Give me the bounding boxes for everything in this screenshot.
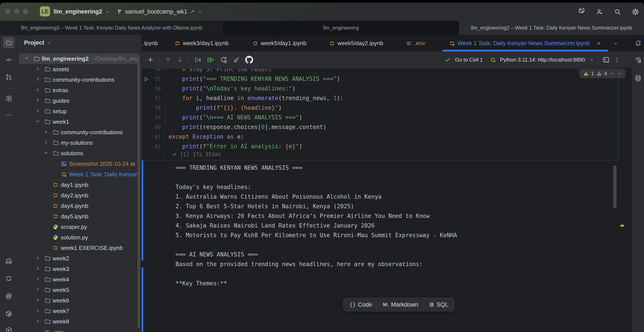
pull-request-icon[interactable] [5, 74, 12, 81]
chevron-right-icon[interactable] [35, 66, 40, 72]
add-cell-button[interactable] [147, 56, 154, 63]
jupyter-tool-icon[interactable] [5, 275, 12, 282]
tree-item-day2-ipynb[interactable]: day2.ipynb [19, 190, 140, 201]
code-with-me-icon[interactable] [596, 8, 603, 15]
previous-problem-icon[interactable] [609, 71, 614, 76]
chevron-right-icon[interactable] [35, 308, 40, 314]
chevron-right-icon[interactable] [35, 108, 40, 114]
project-panel-header[interactable]: Project [24, 37, 52, 48]
inspections-widget[interactable]: 1 4 [580, 69, 626, 78]
tree-item-day5-ipynb[interactable]: day5.ipynb [19, 211, 140, 222]
tree-item-setup[interactable]: setup [19, 106, 140, 117]
tree-item-extras[interactable]: extras [19, 85, 140, 96]
window-minimize-button[interactable] [14, 9, 19, 14]
add-markdown-cell-button[interactable]: M↓ Markdown [383, 301, 418, 308]
chevron-down-icon[interactable] [589, 57, 594, 62]
tree-item-week3[interactable]: week3 [19, 264, 140, 274]
window-close-button[interactable] [5, 9, 10, 14]
tree-item-env[interactable]: .env [19, 327, 140, 332]
editor-tab-week3-day1[interactable]: week3/day1.ipynb [174, 35, 228, 51]
project-scrollbar[interactable] [138, 58, 140, 329]
tree-item-day1-ipynb[interactable]: day1.ipynb [19, 179, 140, 190]
chevron-down-icon[interactable] [44, 151, 48, 156]
branch-switcher[interactable]: samuel_bootcamp_wk1 ↗ [116, 3, 202, 21]
hugging-face-icon[interactable] [5, 258, 12, 265]
add-sql-cell-button[interactable]: SQL [429, 301, 448, 308]
tree-item-day4-ipynb[interactable]: day4.ipynb [19, 201, 140, 211]
project-folder-icon[interactable] [6, 39, 12, 46]
code-line-62[interactable]: 62 print(f"Error in AI analysis: {e}") [142, 142, 618, 151]
tree-item-week1[interactable]: week1 [19, 117, 140, 127]
database-tool-icon[interactable] [634, 74, 642, 82]
code-line-57[interactable]: 57 for i, headline in enumerate(trending… [142, 93, 618, 103]
tree-item-screenshot-2025-10-24-at[interactable]: Screenshot 2025-10-24 at [19, 159, 140, 169]
tree-item-solutions[interactable]: solutions [19, 148, 140, 159]
move-cell-down-button[interactable] [176, 56, 183, 63]
run-all-cells-button[interactable] [206, 56, 214, 63]
code-line-55[interactable]: 55 print("=== TRENDING KENYAN NEWS ANALY… [142, 74, 618, 84]
code-cell[interactable]: 54 # Step 5: Print the result55 print("=… [142, 68, 618, 161]
window-tab-1[interactable]: llm_engineering3 – Week 1 Task: Kenyan D… [0, 21, 224, 35]
structure-icon[interactable] [5, 95, 12, 102]
next-problem-icon[interactable] [617, 71, 622, 76]
jupyter-console-icon[interactable] [602, 56, 610, 63]
ai-assistant-icon[interactable] [578, 8, 585, 15]
code-line-60[interactable]: 60 print(response.choices[0].message.con… [142, 122, 618, 132]
tree-item-scraper-py[interactable]: scraper.py [19, 222, 140, 232]
editor-tab-week5-day1[interactable]: week5/day1.ipynb [252, 35, 306, 51]
chevron-right-icon[interactable] [35, 77, 40, 83]
tree-item-community-contributions[interactable]: community-contributions [19, 127, 140, 138]
window-tab-2[interactable]: llm_engineering [224, 21, 459, 35]
window-zoom-button[interactable] [23, 9, 28, 14]
settings-gear-icon[interactable] [632, 8, 639, 15]
github-icon[interactable] [245, 56, 253, 64]
tree-item-assets[interactable]: assets [19, 64, 140, 74]
tree-item-week4[interactable]: week4 [19, 274, 140, 285]
chevron-right-icon[interactable] [35, 87, 40, 93]
tree-item-week2[interactable]: week2 [19, 253, 140, 264]
code-line-54[interactable]: 54 # Step 5: Print the result [142, 68, 618, 74]
window-tab-3-active[interactable]: llm_engineering2 – Week 1 Task: Daily Ke… [459, 21, 644, 35]
move-cell-up-button[interactable] [165, 56, 171, 63]
tree-item-community-contributions[interactable]: community-contributions [19, 74, 140, 85]
tree-item-week5[interactable]: week5 [19, 285, 140, 295]
ai-assistant-tool-icon[interactable] [634, 56, 642, 64]
chevron-right-icon[interactable] [35, 277, 40, 282]
tree-item-week7[interactable]: week7 [19, 306, 140, 316]
editor-tab-env[interactable]: .env [406, 35, 425, 51]
editor-tab-partial[interactable]: .ipynb [142, 35, 158, 51]
chevron-right-icon[interactable] [35, 266, 40, 272]
chevron-right-icon[interactable] [35, 287, 40, 293]
tab-list-dropdown[interactable] [613, 35, 618, 51]
project-switcher[interactable]: llm_engineering2 [54, 3, 110, 21]
tree-item-week1-exercise-ipynb[interactable]: week1 EXERCISE.ipynb [19, 243, 140, 253]
chevron-right-icon[interactable] [44, 129, 48, 135]
code-line-56[interactable]: 56 print("\nToday's key headlines:") [142, 84, 618, 93]
python-packages-icon[interactable] [5, 310, 12, 317]
chevron-down-icon[interactable] [35, 119, 40, 125]
add-code-cell-button[interactable]: {} Code [350, 301, 372, 308]
python-console-icon[interactable] [5, 293, 12, 300]
tree-item-solution-py[interactable]: solution.py [19, 232, 140, 243]
chevron-right-icon[interactable] [35, 256, 40, 261]
tree-item-week-1-task-daily-kenyan-news-summarizer-ipynb[interactable]: Week 1 Task: Daily Kenyan News Summarize… [19, 169, 140, 179]
notifications-bell-icon[interactable] [634, 40, 642, 47]
services-icon[interactable] [5, 327, 12, 332]
restart-kernel-button[interactable] [220, 56, 227, 63]
code-line-58[interactable]: 58 print(f"{i}. {headline}") [142, 103, 618, 113]
chevron-right-icon[interactable] [35, 319, 40, 324]
tree-item-my-solutions[interactable]: my-solutions [19, 138, 140, 148]
clear-outputs-button[interactable] [232, 56, 240, 63]
code-line-61[interactable]: 61except Exception as e: [142, 132, 618, 142]
tree-item-guides[interactable]: guides [19, 96, 140, 106]
tree-item-llm-engineering2[interactable]: llm_engineering2~/Desktop/llm_engineerin… [19, 53, 140, 64]
code-line-59[interactable]: 59 print("\n=== AI NEWS ANALYSIS ===") [142, 113, 618, 122]
editor-scrollbar[interactable] [613, 165, 616, 208]
editor-tab-active[interactable]: Week 1 Task: Daily Kenyan News Summarize… [449, 35, 602, 51]
more-tools-icon[interactable] [5, 112, 12, 119]
run-cell-button[interactable] [194, 56, 201, 63]
kebab-menu-icon[interactable] [614, 56, 620, 63]
editor-tab-week5-day2[interactable]: week5/day2.ipynb [329, 35, 383, 51]
tree-item-week6[interactable]: week6 [19, 295, 140, 306]
chevron-down-icon[interactable] [24, 56, 29, 62]
